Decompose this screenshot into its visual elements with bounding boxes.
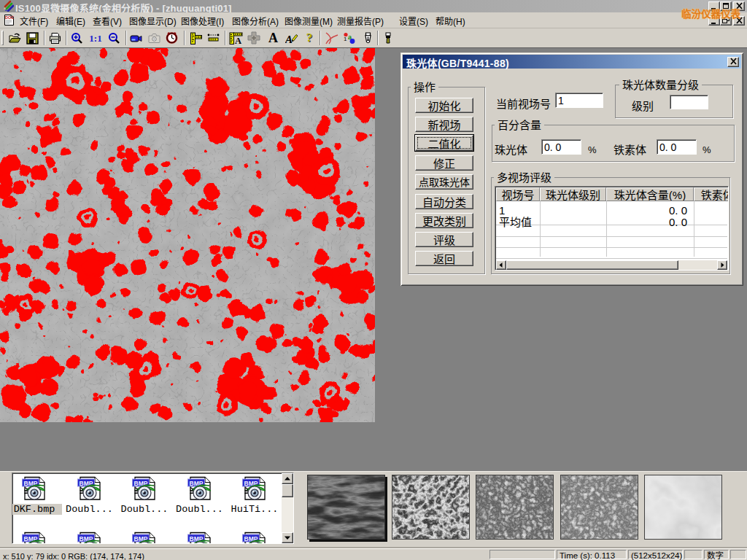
svg-text:DOC: DOC bbox=[5, 15, 14, 20]
svg-text:A: A bbox=[285, 34, 293, 45]
svg-text:A: A bbox=[235, 36, 241, 44]
svg-text:1: 1 bbox=[344, 36, 347, 42]
